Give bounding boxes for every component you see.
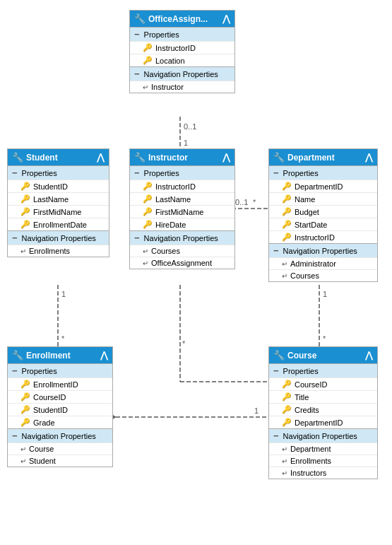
key-icon: 🔑 <box>143 182 153 191</box>
nav-icon: ↵ <box>282 445 287 453</box>
enrollment-properties-header: − Properties <box>8 363 112 377</box>
instructor-prop-firstmidname: 🔑 FirstMidName <box>130 205 234 218</box>
department-prop-name: 🔑 Name <box>269 192 377 205</box>
department-title: Department <box>287 153 335 163</box>
entity-student[interactable]: 🔧 Student ⋀ − Properties 🔑 StudentID 🔑 L… <box>7 148 109 257</box>
svg-text:0..1: 0..1 <box>235 198 248 206</box>
department-properties-header: − Properties <box>269 165 377 180</box>
department-expand-icon[interactable]: ⋀ <box>365 152 373 163</box>
student-prop-lastname: 🔑 LastName <box>8 192 109 205</box>
field-icon: 🔑 <box>282 392 292 402</box>
course-prop-credits: 🔑 Credits <box>269 403 377 416</box>
entity-enrollment[interactable]: 🔧 Enrollment ⋀ − Properties 🔑 Enrollment… <box>7 346 113 467</box>
diagram-container: 0..1 1 0..1 * 1 * * 1 * * 1 🔧 O <box>0 0 392 545</box>
course-prop-title: 🔑 Title <box>269 390 377 403</box>
entity-officeassign-header: 🔧 OfficeAssign... ⋀ <box>130 11 234 27</box>
nav-icon: ↵ <box>20 247 26 255</box>
student-nav-header: − Navigation Properties <box>8 230 109 245</box>
course-prop-departmentid: 🔑 DepartmentID <box>269 416 377 428</box>
department-prop-budget: 🔑 Budget <box>269 205 377 218</box>
key-icon: 🔑 <box>143 43 153 52</box>
nav-icon: ↵ <box>282 272 287 280</box>
student-properties-header: − Properties <box>8 165 109 180</box>
student-prop-enrollmentdate: 🔑 EnrollmentDate <box>8 218 109 230</box>
nav-icon: ↵ <box>143 83 148 91</box>
entity-instructor[interactable]: 🔧 Instructor ⋀ − Properties 🔑 Instructor… <box>129 148 235 269</box>
enrollment-nav-student: ↵ Student <box>8 455 112 467</box>
entity-student-header: 🔧 Student ⋀ <box>8 149 109 165</box>
key-icon: 🔑 <box>282 380 292 389</box>
entity-enrollment-header: 🔧 Enrollment ⋀ <box>8 347 112 363</box>
officeassign-expand-icon[interactable]: ⋀ <box>222 13 230 24</box>
department-prop-startdate: 🔑 StartDate <box>269 218 377 230</box>
course-expand-icon[interactable]: ⋀ <box>365 350 373 361</box>
enrollment-title: Enrollment <box>26 351 71 361</box>
instructor-prop-lastname: 🔑 LastName <box>130 192 234 205</box>
instructor-nav-officeassignment: ↵ OfficeAssignment <box>130 257 234 269</box>
nav-icon: ↵ <box>143 259 148 267</box>
department-prop-departmentid: 🔑 DepartmentID <box>269 180 377 192</box>
enrollment-expand-icon[interactable]: ⋀ <box>100 350 108 361</box>
field-icon: 🔑 <box>143 220 153 229</box>
department-nav-courses: ↵ Courses <box>269 269 377 281</box>
officeassign-prop-location: 🔑 Location <box>130 54 234 66</box>
student-title: Student <box>26 153 58 163</box>
field-icon: 🔑 <box>20 207 30 216</box>
svg-text:1: 1 <box>323 290 327 298</box>
nav-icon: ↵ <box>282 469 287 477</box>
entity-instructor-header: 🔧 Instructor ⋀ <box>130 149 234 165</box>
svg-text:*: * <box>323 334 326 343</box>
department-nav-administrator: ↵ Administrator <box>269 257 377 269</box>
svg-text:*: * <box>182 339 186 348</box>
course-title: Course <box>287 351 316 361</box>
field-icon: 🔑 <box>282 194 292 204</box>
entity-officeassign[interactable]: 🔧 OfficeAssign... ⋀ − Properties 🔑 Instr… <box>129 10 235 93</box>
field-icon: 🔑 <box>20 194 30 204</box>
instructor-title: Instructor <box>148 153 188 163</box>
officeassign-prop-instructorid: 🔑 InstructorID <box>130 41 234 54</box>
officeassign-table-icon: 🔧 <box>134 13 145 24</box>
officeassign-nav-header: − Navigation Properties <box>130 66 234 81</box>
svg-text:1: 1 <box>254 406 259 415</box>
instructor-expand-icon[interactable]: ⋀ <box>222 152 230 163</box>
field-icon: 🔑 <box>20 418 30 427</box>
instructor-nav-courses: ↵ Courses <box>130 245 234 257</box>
student-expand-icon[interactable]: ⋀ <box>97 152 105 163</box>
course-prop-courseid: 🔑 CourseID <box>269 377 377 390</box>
course-nav-header: − Navigation Properties <box>269 428 377 443</box>
officeassign-title: OfficeAssign... <box>148 14 208 24</box>
instructor-nav-header: − Navigation Properties <box>130 230 234 245</box>
student-prop-firstmidname: 🔑 FirstMidName <box>8 205 109 218</box>
nav-icon: ↵ <box>282 260 287 268</box>
svg-text:0..1: 0..1 <box>184 122 196 131</box>
instructor-prop-instructorid: 🔑 InstructorID <box>130 180 234 192</box>
nav-icon: ↵ <box>20 457 26 465</box>
instructor-prop-hiredate: 🔑 HireDate <box>130 218 234 230</box>
nav-icon: ↵ <box>282 457 287 465</box>
course-nav-department: ↵ Department <box>269 443 377 455</box>
field-icon: 🔑 <box>282 405 292 414</box>
field-icon: 🔑 <box>282 233 292 242</box>
enrollment-prop-enrollmentid: 🔑 EnrollmentID <box>8 377 112 390</box>
student-table-icon: 🔧 <box>12 152 23 163</box>
key-icon: 🔑 <box>282 182 292 191</box>
nav-icon: ↵ <box>20 445 26 453</box>
enrollment-prop-courseid: 🔑 CourseID <box>8 390 112 403</box>
svg-text:1: 1 <box>61 290 66 298</box>
field-icon: 🔑 <box>143 207 153 216</box>
entity-course[interactable]: 🔧 Course ⋀ − Properties 🔑 CourseID 🔑 Tit… <box>268 346 378 479</box>
instructor-table-icon: 🔧 <box>134 152 145 163</box>
department-table-icon: 🔧 <box>273 152 285 163</box>
student-nav-enrollments: ↵ Enrollments <box>8 245 109 257</box>
nav-icon: ↵ <box>143 247 148 255</box>
field-icon: 🔑 <box>143 194 153 204</box>
department-prop-instructorid: 🔑 InstructorID <box>269 230 377 243</box>
key-icon: 🔑 <box>20 182 30 191</box>
field-icon: 🔑 <box>282 418 292 427</box>
entity-course-header: 🔧 Course ⋀ <box>269 347 377 363</box>
enrollment-nav-header: − Navigation Properties <box>8 428 112 443</box>
entity-department-header: 🔧 Department ⋀ <box>269 149 377 165</box>
entity-department[interactable]: 🔧 Department ⋀ − Properties 🔑 Department… <box>268 148 378 282</box>
department-nav-header: − Navigation Properties <box>269 243 377 257</box>
course-nav-enrollments: ↵ Enrollments <box>269 455 377 467</box>
